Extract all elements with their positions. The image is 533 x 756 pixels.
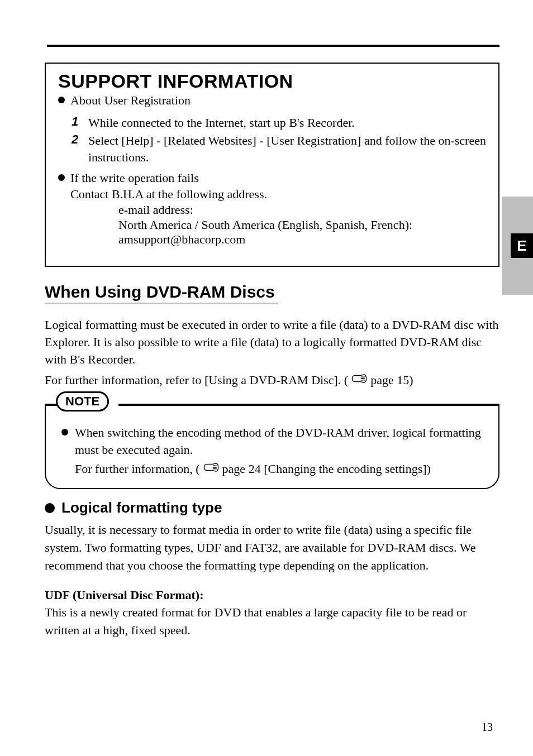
top-horizontal-rule bbox=[47, 45, 499, 47]
udf-block: UDF (Universal Disc Format): This is a n… bbox=[45, 588, 499, 639]
bullet-dot-icon bbox=[45, 503, 55, 513]
step-number: 2 bbox=[72, 132, 88, 165]
step-1: 1 While connected to the Internet, start… bbox=[72, 114, 486, 131]
body-paragraph: Usually, it is necessary to format media… bbox=[45, 521, 499, 575]
note-sub-pre: For further information, ( bbox=[75, 460, 200, 478]
note-callout: NOTE When switching the encoding method … bbox=[45, 404, 499, 490]
intro-paragraph-2: For further information, refer to [Using… bbox=[45, 372, 499, 389]
section-heading: When Using DVD-RAM Discs bbox=[45, 283, 278, 304]
section-heading-row: When Using DVD-RAM Discs bbox=[45, 283, 499, 317]
udf-text: This is a newly created format for DVD t… bbox=[45, 604, 499, 639]
support-info-box: SUPPORT INFORMATION About User Registrat… bbox=[45, 63, 499, 267]
intro-paragraph-1: Logical formatting must be executed in o… bbox=[45, 317, 499, 368]
bullet-user-registration: About User Registration bbox=[58, 93, 486, 108]
page-content: SUPPORT INFORMATION About User Registrat… bbox=[0, 0, 533, 673]
step-number: 1 bbox=[72, 114, 88, 131]
bullet-dot-icon bbox=[58, 174, 65, 181]
contact-region: North America / South America (English, … bbox=[118, 218, 486, 232]
subheading-row: Logical formatting type bbox=[45, 499, 499, 516]
bullet-user-registration-text: About User Registration bbox=[70, 93, 191, 108]
pointing-hand-icon bbox=[351, 373, 367, 384]
subheading: Logical formatting type bbox=[61, 499, 222, 516]
support-title: SUPPORT INFORMATION bbox=[58, 70, 486, 92]
note-sub-line: For further information, ( page 24 [Chan… bbox=[75, 460, 486, 478]
bullet-write-fails: If the write operation fails bbox=[58, 171, 486, 185]
numbered-steps: 1 While connected to the Internet, start… bbox=[72, 114, 486, 165]
email-heading: e-mail address: bbox=[118, 203, 486, 217]
step-text: Select [Help] - [Related Websites] - [Us… bbox=[88, 132, 486, 165]
intro2-post: page 15) bbox=[370, 372, 413, 389]
note-bullet-text: When switching the encoding method of th… bbox=[75, 424, 486, 460]
contact-email: amsupport@bhacorp.com bbox=[118, 232, 486, 247]
note-sub-post: page 24 [Changing the encoding settings]… bbox=[222, 460, 431, 478]
note-label: NOTE bbox=[56, 391, 109, 412]
bullet-dot-icon bbox=[61, 429, 68, 436]
bullet-dot-icon bbox=[58, 97, 65, 103]
step-2: 2 Select [Help] - [Related Websites] - [… bbox=[72, 132, 486, 165]
contact-block: e-mail address: North America / South Am… bbox=[118, 203, 486, 247]
step-text: While connected to the Internet, start u… bbox=[88, 114, 355, 131]
intro2-pre: For further information, refer to [Using… bbox=[45, 372, 348, 389]
note-bullet: When switching the encoding method of th… bbox=[58, 424, 486, 460]
note-body: When switching the encoding method of th… bbox=[45, 404, 499, 490]
udf-label: UDF (Universal Disc Format): bbox=[45, 588, 499, 602]
contact-instruction: Contact B.H.A at the following address. bbox=[70, 187, 486, 202]
bullet-write-fails-text: If the write operation fails bbox=[70, 171, 199, 185]
page-number: 13 bbox=[482, 721, 493, 734]
pointing-hand-icon bbox=[203, 462, 219, 473]
